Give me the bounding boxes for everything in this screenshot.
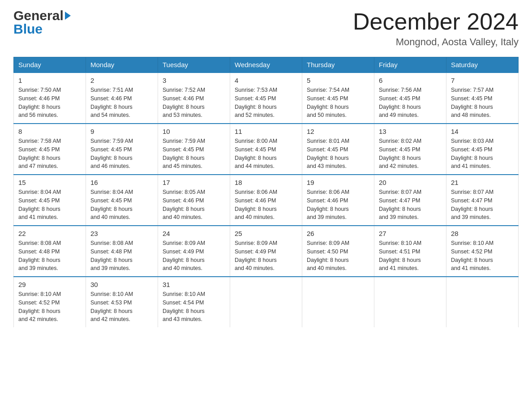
day-number: 2 — [90, 77, 153, 84]
header-friday: Friday — [374, 57, 446, 73]
logo-blue: Blue — [13, 22, 71, 36]
table-row: 3Sunrise: 7:52 AMSunset: 4:46 PMDaylight… — [158, 73, 230, 124]
day-info: Sunrise: 8:06 AMSunset: 4:46 PMDaylight:… — [235, 188, 297, 222]
day-info: Sunrise: 8:04 AMSunset: 4:45 PMDaylight:… — [90, 188, 153, 222]
table-row: 18Sunrise: 8:06 AMSunset: 4:46 PMDayligh… — [230, 175, 302, 226]
day-info: Sunrise: 7:50 AMSunset: 4:46 PMDaylight:… — [18, 86, 81, 120]
day-info: Sunrise: 8:08 AMSunset: 4:48 PMDaylight:… — [90, 239, 153, 273]
header-sunday: Sunday — [14, 57, 86, 73]
table-row: 12Sunrise: 8:01 AMSunset: 4:45 PMDayligh… — [302, 124, 374, 175]
day-number: 7 — [451, 77, 514, 84]
day-number: 16 — [90, 179, 153, 186]
day-info: Sunrise: 8:05 AMSunset: 4:46 PMDaylight:… — [163, 188, 225, 222]
day-number: 1 — [18, 77, 81, 84]
table-row: 23Sunrise: 8:08 AMSunset: 4:48 PMDayligh… — [86, 226, 158, 277]
day-number: 18 — [235, 179, 297, 186]
day-info: Sunrise: 8:07 AMSunset: 4:47 PMDaylight:… — [451, 188, 514, 222]
table-row — [446, 277, 519, 327]
day-number: 24 — [163, 230, 225, 237]
header-saturday: Saturday — [446, 57, 519, 73]
day-info: Sunrise: 8:07 AMSunset: 4:47 PMDaylight:… — [379, 188, 442, 222]
day-info: Sunrise: 7:51 AMSunset: 4:46 PMDaylight:… — [90, 86, 153, 120]
day-info: Sunrise: 8:06 AMSunset: 4:46 PMDaylight:… — [307, 188, 369, 222]
day-info: Sunrise: 8:00 AMSunset: 4:45 PMDaylight:… — [235, 137, 297, 171]
day-number: 25 — [235, 230, 297, 237]
day-info: Sunrise: 8:10 AMSunset: 4:53 PMDaylight:… — [90, 290, 153, 324]
day-number: 13 — [379, 128, 442, 135]
table-row: 1Sunrise: 7:50 AMSunset: 4:46 PMDaylight… — [14, 73, 86, 124]
table-row — [374, 277, 446, 327]
day-info: Sunrise: 7:52 AMSunset: 4:46 PMDaylight:… — [163, 86, 225, 120]
day-info: Sunrise: 7:58 AMSunset: 4:45 PMDaylight:… — [18, 137, 81, 171]
table-row: 29Sunrise: 8:10 AMSunset: 4:52 PMDayligh… — [14, 277, 86, 327]
day-number: 30 — [90, 281, 153, 288]
day-number: 22 — [18, 230, 81, 237]
calendar-header-row: Sunday Monday Tuesday Wednesday Thursday… — [14, 57, 519, 73]
day-number: 31 — [163, 281, 225, 288]
logo: General Blue — [13, 9, 71, 36]
day-info: Sunrise: 7:53 AMSunset: 4:45 PMDaylight:… — [235, 86, 297, 120]
header-monday: Monday — [86, 57, 158, 73]
table-row: 14Sunrise: 8:03 AMSunset: 4:45 PMDayligh… — [446, 124, 519, 175]
day-number: 6 — [379, 77, 442, 84]
day-number: 9 — [90, 128, 153, 135]
day-number: 17 — [163, 179, 225, 186]
table-row: 11Sunrise: 8:00 AMSunset: 4:45 PMDayligh… — [230, 124, 302, 175]
day-number: 4 — [235, 77, 297, 84]
table-row — [302, 277, 374, 327]
day-number: 8 — [18, 128, 81, 135]
day-number: 10 — [163, 128, 225, 135]
logo-chevron-icon — [65, 12, 71, 20]
day-number: 15 — [18, 179, 81, 186]
table-row: 13Sunrise: 8:02 AMSunset: 4:45 PMDayligh… — [374, 124, 446, 175]
table-row: 15Sunrise: 8:04 AMSunset: 4:45 PMDayligh… — [14, 175, 86, 226]
table-row: 21Sunrise: 8:07 AMSunset: 4:47 PMDayligh… — [446, 175, 519, 226]
day-number: 14 — [451, 128, 514, 135]
day-info: Sunrise: 7:54 AMSunset: 4:45 PMDaylight:… — [307, 86, 369, 120]
day-info: Sunrise: 8:09 AMSunset: 4:49 PMDaylight:… — [235, 239, 297, 273]
day-number: 5 — [307, 77, 369, 84]
table-row: 25Sunrise: 8:09 AMSunset: 4:49 PMDayligh… — [230, 226, 302, 277]
day-info: Sunrise: 7:56 AMSunset: 4:45 PMDaylight:… — [379, 86, 442, 120]
day-number: 23 — [90, 230, 153, 237]
day-info: Sunrise: 8:03 AMSunset: 4:45 PMDaylight:… — [451, 137, 514, 171]
day-number: 28 — [451, 230, 514, 237]
table-row: 9Sunrise: 7:59 AMSunset: 4:45 PMDaylight… — [86, 124, 158, 175]
table-row: 7Sunrise: 7:57 AMSunset: 4:45 PMDaylight… — [446, 73, 519, 124]
table-row: 19Sunrise: 8:06 AMSunset: 4:46 PMDayligh… — [302, 175, 374, 226]
day-number: 27 — [379, 230, 442, 237]
table-row: 31Sunrise: 8:10 AMSunset: 4:54 PMDayligh… — [158, 277, 230, 327]
calendar-week-row: 1Sunrise: 7:50 AMSunset: 4:46 PMDaylight… — [14, 73, 519, 124]
table-row: 4Sunrise: 7:53 AMSunset: 4:45 PMDaylight… — [230, 73, 302, 124]
header-thursday: Thursday — [302, 57, 374, 73]
logo-general: General — [13, 9, 64, 22]
day-number: 26 — [307, 230, 369, 237]
day-info: Sunrise: 7:59 AMSunset: 4:45 PMDaylight:… — [90, 137, 153, 171]
table-row: 8Sunrise: 7:58 AMSunset: 4:45 PMDaylight… — [14, 124, 86, 175]
day-info: Sunrise: 8:08 AMSunset: 4:48 PMDaylight:… — [18, 239, 81, 273]
day-number: 29 — [18, 281, 81, 288]
day-info: Sunrise: 7:59 AMSunset: 4:45 PMDaylight:… — [163, 137, 225, 171]
header-wednesday: Wednesday — [230, 57, 302, 73]
table-row: 30Sunrise: 8:10 AMSunset: 4:53 PMDayligh… — [86, 277, 158, 327]
title-section: December 2024 Mongnod, Aosta Valley, Ita… — [353, 9, 519, 48]
table-row: 28Sunrise: 8:10 AMSunset: 4:52 PMDayligh… — [446, 226, 519, 277]
calendar-week-row: 15Sunrise: 8:04 AMSunset: 4:45 PMDayligh… — [14, 175, 519, 226]
table-row: 17Sunrise: 8:05 AMSunset: 4:46 PMDayligh… — [158, 175, 230, 226]
table-row: 27Sunrise: 8:10 AMSunset: 4:51 PMDayligh… — [374, 226, 446, 277]
day-number: 3 — [163, 77, 225, 84]
calendar-week-row: 8Sunrise: 7:58 AMSunset: 4:45 PMDaylight… — [14, 124, 519, 175]
day-info: Sunrise: 8:10 AMSunset: 4:51 PMDaylight:… — [379, 239, 442, 273]
day-info: Sunrise: 8:09 AMSunset: 4:50 PMDaylight:… — [307, 239, 369, 273]
day-info: Sunrise: 8:09 AMSunset: 4:49 PMDaylight:… — [163, 239, 225, 273]
day-info: Sunrise: 8:10 AMSunset: 4:54 PMDaylight:… — [163, 290, 225, 324]
day-number: 21 — [451, 179, 514, 186]
month-year-title: December 2024 — [353, 9, 519, 34]
day-info: Sunrise: 7:57 AMSunset: 4:45 PMDaylight:… — [451, 86, 514, 120]
calendar-week-row: 29Sunrise: 8:10 AMSunset: 4:52 PMDayligh… — [14, 277, 519, 327]
table-row: 6Sunrise: 7:56 AMSunset: 4:45 PMDaylight… — [374, 73, 446, 124]
calendar-table: Sunday Monday Tuesday Wednesday Thursday… — [13, 57, 519, 327]
table-row: 2Sunrise: 7:51 AMSunset: 4:46 PMDaylight… — [86, 73, 158, 124]
day-info: Sunrise: 8:01 AMSunset: 4:45 PMDaylight:… — [307, 137, 369, 171]
table-row: 24Sunrise: 8:09 AMSunset: 4:49 PMDayligh… — [158, 226, 230, 277]
